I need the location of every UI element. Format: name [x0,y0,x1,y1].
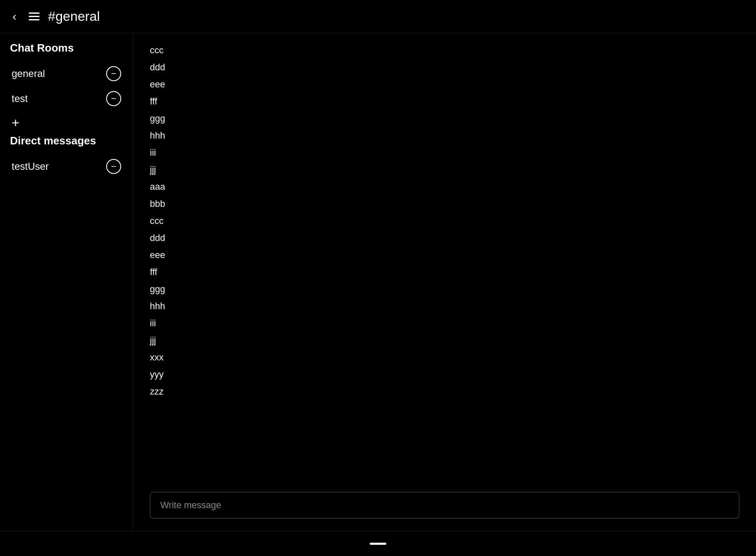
back-button[interactable]: ‹ [12,10,16,23]
add-room-button[interactable]: + [8,111,124,134]
message-line: eee [150,76,739,93]
sidebar-item-testuser[interactable]: testUser − [8,154,124,179]
add-icon: + [12,116,20,129]
message-line: xxx [150,349,739,366]
message-input-wrapper [150,492,739,519]
bottom-bar [0,531,756,556]
message-line: ccc [150,42,739,59]
message-line: ddd [150,229,739,246]
message-line: fff [150,263,739,280]
message-line: ccc [150,212,739,229]
messages-container: cccdddeeefffggghhhiiijjjaaabbbcccdddeeef… [133,33,756,484]
message-line: ggg [150,280,739,298]
message-line: zzz [150,383,739,400]
main-layout: Chat Rooms general − test − + Direct mes… [0,33,756,531]
message-line: eee [150,246,739,263]
remove-general-icon[interactable]: − [106,66,121,81]
message-line: iii [150,144,739,161]
message-line: jjj [150,161,739,178]
header: ‹ #general [0,0,756,33]
sidebar-item-general[interactable]: general − [8,61,124,86]
message-line: aaa [150,178,739,195]
message-line: hhh [150,298,739,315]
chat-rooms-section-title: Chat Rooms [8,42,124,55]
sidebar-item-label: testUser [12,161,49,172]
chat-area: cccdddeeefffggghhhiiijjjaaabbbcccdddeeef… [133,33,756,531]
direct-messages-section-title: Direct messages [8,134,124,147]
message-line: fff [150,93,739,110]
message-line: ddd [150,59,739,76]
message-input[interactable] [160,500,729,511]
sidebar-item-test[interactable]: test − [8,86,124,111]
message-line: ggg [150,110,739,127]
message-line: bbb [150,195,739,212]
message-line: jjj [150,332,739,349]
message-input-area [133,484,756,531]
message-line: iii [150,315,739,332]
remove-test-icon[interactable]: − [106,91,121,106]
sidebar-item-label: general [12,68,45,79]
channel-title: #general [48,9,100,24]
home-indicator [370,543,386,545]
sidebar: Chat Rooms general − test − + Direct mes… [0,33,133,531]
menu-button[interactable] [29,12,40,20]
message-line: yyy [150,366,739,383]
app-container: ‹ #general Chat Rooms general − test − +… [0,0,756,556]
remove-testuser-icon[interactable]: − [106,159,121,174]
sidebar-item-label: test [12,93,28,104]
message-line: hhh [150,127,739,144]
